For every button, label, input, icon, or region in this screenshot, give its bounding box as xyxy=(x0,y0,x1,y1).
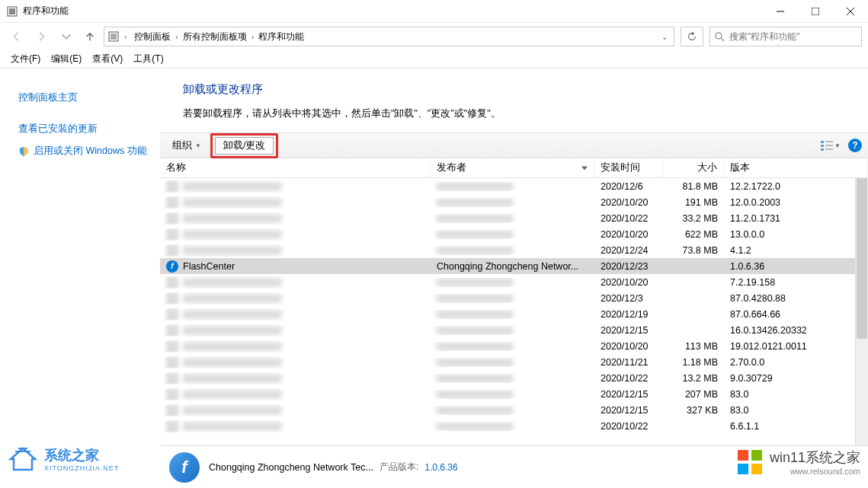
program-icon xyxy=(166,372,178,384)
cell-publisher xyxy=(431,422,594,431)
blurred-text xyxy=(183,358,282,367)
column-name[interactable]: 名称 xyxy=(160,158,431,177)
column-publisher[interactable]: 发布者 xyxy=(431,158,594,177)
table-row[interactable]: 2020/12/15327 KB83.0 xyxy=(160,402,868,418)
table-row[interactable]: 2020/12/1987.0.664.66 xyxy=(160,306,868,322)
svg-rect-11 xyxy=(821,145,824,147)
watermark-right: win11系统之家 www.relsound.com xyxy=(738,448,860,476)
cell-name xyxy=(160,420,431,432)
search-box[interactable] xyxy=(709,27,862,46)
help-button[interactable]: ? xyxy=(848,139,862,152)
crumb-programs[interactable]: 程序和功能 xyxy=(255,29,307,45)
table-row[interactable]: 2020/11/211.18 MB2.70.0.0 xyxy=(160,354,868,370)
table-row[interactable]: 2020/12/15207 MB83.0 xyxy=(160,386,868,402)
close-button[interactable] xyxy=(833,0,868,22)
cell-date: 2020/12/23 xyxy=(594,261,663,272)
program-icon xyxy=(166,404,178,416)
crumb-control-panel[interactable]: 控制面板 xyxy=(131,29,174,45)
table-row[interactable]: fFlashCenterChongqing Zhongcheng Networ.… xyxy=(160,258,868,274)
nav-up-button[interactable] xyxy=(79,26,101,47)
column-version[interactable]: 版本 xyxy=(724,158,868,177)
cell-date: 2020/12/19 xyxy=(594,309,663,320)
program-icon xyxy=(166,196,178,209)
chevron-right-icon: › xyxy=(174,33,179,41)
address-dropdown-icon[interactable]: ⌄ xyxy=(658,33,671,41)
cell-date: 2020/12/15 xyxy=(594,389,663,400)
cell-publisher xyxy=(431,198,594,207)
table-row[interactable]: 2020/10/20191 MB12.0.0.2003 xyxy=(160,194,868,210)
cell-version: 19.012.0121.0011 xyxy=(724,341,868,352)
cell-version: 6.6.1.1 xyxy=(724,421,868,432)
page-description: 若要卸载程序，请从列表中将其选中，然后单击"卸载"、"更改"或"修复"。 xyxy=(183,107,868,120)
vertical-scrollbar[interactable] xyxy=(855,178,868,445)
watermark-right-sub: www.relsound.com xyxy=(770,467,860,476)
menu-view[interactable]: 查看(V) xyxy=(88,51,127,67)
watermark-right-title: win11系统之家 xyxy=(770,448,860,467)
table-row[interactable]: 2020/10/207.2.19.158 xyxy=(160,274,868,290)
sidebar-updates[interactable]: 查看已安装的更新 xyxy=(18,118,160,140)
blurred-text xyxy=(437,246,513,255)
blurred-text xyxy=(437,422,513,431)
menu-tools[interactable]: 工具(T) xyxy=(129,51,168,67)
search-input[interactable] xyxy=(729,31,857,42)
nav-back-button[interactable] xyxy=(6,26,27,47)
nav-history-dropdown[interactable] xyxy=(55,26,76,47)
table-row[interactable]: 2020/12/2473.8 MB4.1.2 xyxy=(160,242,868,258)
nav-forward-button[interactable] xyxy=(30,26,52,47)
program-icon xyxy=(166,180,178,193)
menu-file[interactable]: 文件(F) xyxy=(6,51,45,67)
chevron-right-icon: › xyxy=(250,33,255,41)
cell-size: 33.2 MB xyxy=(663,213,724,224)
cell-publisher xyxy=(431,342,594,351)
highlight-annotation: 卸载/更改 xyxy=(210,133,278,158)
table-row[interactable]: 2020/10/20113 MB19.012.0121.0011 xyxy=(160,338,868,354)
sidebar-home[interactable]: 控制面板主页 xyxy=(18,87,160,109)
sidebar-windows-features[interactable]: 启用或关闭 Windows 功能 xyxy=(18,140,160,162)
program-icon xyxy=(166,276,178,289)
program-icon xyxy=(166,356,178,368)
table-row[interactable]: 2020/12/387.0.4280.88 xyxy=(160,290,868,306)
menu-bar: 文件(F) 编辑(E) 查看(V) 工具(T) xyxy=(0,50,868,69)
organize-label: 组织 xyxy=(172,139,192,152)
column-install-date[interactable]: 安装时间 xyxy=(594,158,663,177)
table-row[interactable]: 2020/12/1516.0.13426.20332 xyxy=(160,322,868,338)
table-row[interactable]: 2020/10/2213.2 MB9.0.30729 xyxy=(160,370,868,386)
organize-button[interactable]: 组织 ▼ xyxy=(166,137,207,155)
menu-edit[interactable]: 编辑(E) xyxy=(46,51,86,67)
column-size[interactable]: 大小 xyxy=(663,158,724,177)
cell-publisher xyxy=(431,310,594,319)
blurred-text xyxy=(183,230,282,239)
address-bar[interactable]: › 控制面板 › 所有控制面板项 › 程序和功能 ⌄ xyxy=(104,27,674,46)
cell-size: 1.18 MB xyxy=(663,357,724,368)
blurred-text xyxy=(183,310,282,319)
maximize-button[interactable] xyxy=(798,0,833,22)
table-row[interactable]: 2020/10/2233.2 MB11.2.0.1731 xyxy=(160,210,868,226)
flash-icon: f xyxy=(169,452,200,483)
scrollbar-thumb[interactable] xyxy=(857,178,867,339)
cell-name xyxy=(160,292,431,305)
blurred-text xyxy=(437,310,513,319)
view-options-button[interactable]: ▼ xyxy=(819,140,842,151)
content-area: 卸载或更改程序 若要卸载程序，请从列表中将其选中，然后单击"卸载"、"更改"或"… xyxy=(160,69,868,488)
cell-name xyxy=(160,228,431,241)
table-row[interactable]: 2020/10/226.6.1.1 xyxy=(160,418,868,434)
refresh-button[interactable] xyxy=(681,27,703,46)
minimize-button[interactable] xyxy=(763,0,798,22)
cell-publisher xyxy=(431,214,594,223)
svg-rect-7 xyxy=(111,33,117,40)
breadcrumb: 控制面板 › 所有控制面板项 › 程序和功能 xyxy=(131,29,307,45)
table-row[interactable]: 2020/12/681.8 MB12.2.1722.0 xyxy=(160,178,868,194)
crumb-all-items[interactable]: 所有控制面板项 xyxy=(180,29,250,45)
blurred-text xyxy=(437,214,513,223)
cell-date: 2020/10/22 xyxy=(594,421,663,432)
uninstall-change-button[interactable]: 卸载/更改 xyxy=(215,137,274,155)
watermark-left-title: 系统之家 xyxy=(44,446,119,464)
blurred-text xyxy=(183,182,282,191)
table-row[interactable]: 2020/10/20622 MB13.0.0.0 xyxy=(160,226,868,242)
program-icon xyxy=(166,244,178,257)
svg-line-9 xyxy=(721,38,724,41)
cell-name xyxy=(160,180,431,193)
cell-version: 87.0.664.66 xyxy=(724,309,868,320)
program-icon xyxy=(166,292,178,305)
cell-version: 16.0.13426.20332 xyxy=(724,325,868,336)
